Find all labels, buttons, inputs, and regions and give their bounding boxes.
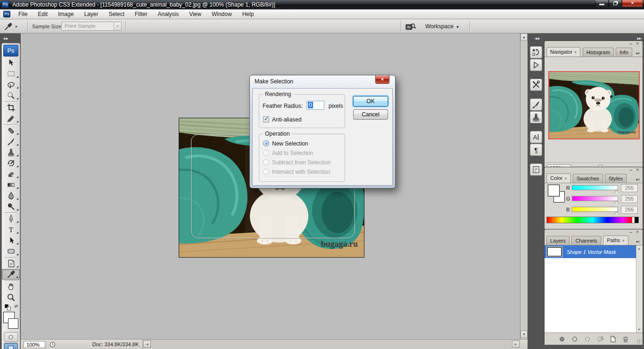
tab-paths[interactable]: Paths× xyxy=(603,235,628,245)
menu-help[interactable]: Help xyxy=(237,9,259,19)
layer-comps-panel-button[interactable] xyxy=(530,163,542,176)
tab-styles[interactable]: Styles xyxy=(605,174,627,183)
swap-colors-icon[interactable]: ⇄ xyxy=(14,304,18,308)
menu-select[interactable]: Select xyxy=(103,9,129,19)
red-slider[interactable] xyxy=(572,185,618,190)
tab-layers[interactable]: Layers xyxy=(546,236,570,245)
foreground-color-swatch[interactable] xyxy=(548,185,560,196)
menu-file[interactable]: File xyxy=(13,9,33,19)
ok-button[interactable]: OK xyxy=(353,96,388,106)
green-slider[interactable] xyxy=(572,196,618,201)
tool-eraser[interactable] xyxy=(2,169,20,179)
zoom-level-field[interactable]: 100% xyxy=(24,341,45,348)
tool-healing-brush[interactable] xyxy=(2,125,20,136)
blue-slider-thumb[interactable] xyxy=(614,211,619,215)
scroll-up-icon[interactable]: ▲ xyxy=(637,247,641,250)
tool-quick-selection[interactable] xyxy=(2,90,20,101)
clone-source-panel-button[interactable] xyxy=(530,111,542,123)
dialog-close-button[interactable]: × xyxy=(375,75,389,84)
sample-size-dropdown[interactable]: Point Sample ▼ xyxy=(61,22,122,31)
scroll-up-icon[interactable]: ▲ xyxy=(520,33,528,41)
minimize-panel-icon[interactable]: – xyxy=(629,41,632,46)
brushes-panel-button[interactable] xyxy=(530,98,542,111)
close-tab-icon[interactable]: × xyxy=(622,238,624,243)
path-name[interactable]: Shape 1 Vector Mask xyxy=(567,249,616,255)
scroll-down-icon[interactable]: ▼ xyxy=(520,331,528,338)
tool-pen[interactable] xyxy=(2,213,20,224)
quick-mask-button[interactable] xyxy=(4,332,18,342)
menu-layer[interactable]: Layer xyxy=(79,9,103,19)
menu-filter[interactable]: Filter xyxy=(130,9,153,19)
radio-new-selection[interactable] xyxy=(263,140,269,146)
tool-history-brush[interactable] xyxy=(2,158,20,169)
tool-lasso[interactable] xyxy=(2,79,20,90)
default-colors-control[interactable]: ⇄ xyxy=(2,304,20,311)
tool-rounded-rectangle[interactable] xyxy=(2,246,20,257)
tool-dodge[interactable] xyxy=(2,201,20,212)
close-panel-icon[interactable]: × xyxy=(636,168,639,172)
tab-channels[interactable]: Channels xyxy=(571,236,601,245)
close-panel-icon[interactable]: × xyxy=(636,41,639,46)
green-slider-thumb[interactable] xyxy=(614,201,619,204)
cancel-button[interactable]: Cancel xyxy=(353,109,388,120)
screen-mode-button[interactable] xyxy=(4,343,18,349)
tool-rectangular-marquee[interactable] xyxy=(2,68,20,79)
delete-path-icon[interactable] xyxy=(621,335,630,343)
tool-blur[interactable] xyxy=(2,190,20,201)
red-value-field[interactable]: 255 xyxy=(621,184,638,192)
history-panel-button[interactable] xyxy=(530,46,542,58)
path-item-selected[interactable]: Shape 1 Vector Mask xyxy=(545,245,636,258)
minimize-panel-icon[interactable]: – xyxy=(629,230,632,235)
navigator-proxy-view[interactable] xyxy=(548,71,640,139)
panel-menu-icon[interactable]: ▾≡ xyxy=(635,178,641,182)
close-tab-icon[interactable]: × xyxy=(564,176,567,181)
resize-grip[interactable] xyxy=(637,339,642,344)
tool-brush[interactable] xyxy=(2,136,20,147)
menu-window[interactable]: Window xyxy=(206,9,237,19)
feather-radius-input[interactable]: 0 xyxy=(306,101,324,110)
fill-path-icon[interactable] xyxy=(558,335,566,343)
red-slider-thumb[interactable] xyxy=(614,190,619,194)
minimize-button[interactable] xyxy=(595,0,609,7)
menu-edit[interactable]: Edit xyxy=(33,9,53,19)
paths-list[interactable]: Shape 1 Vector Mask xyxy=(545,245,636,333)
tool-path-selection[interactable] xyxy=(2,235,20,246)
scroll-down-icon[interactable]: ▼ xyxy=(637,328,641,331)
tool-presets-panel-button[interactable] xyxy=(530,79,542,91)
tab-swatches[interactable]: Swatches xyxy=(573,174,603,183)
collapse-dock-icon[interactable]: ◀◀ xyxy=(535,37,539,41)
horizontal-scrollbar[interactable]: ◀ ▶ xyxy=(142,340,520,349)
tool-clone-stamp[interactable] xyxy=(2,147,20,158)
green-value-field[interactable]: 255 xyxy=(621,195,638,203)
tool-gradient[interactable] xyxy=(2,179,20,190)
go-to-bridge-button[interactable]: Br xyxy=(405,21,421,32)
load-path-as-selection-icon[interactable] xyxy=(583,335,592,343)
tool-eyedropper[interactable] xyxy=(2,269,20,280)
tool-notes[interactable] xyxy=(2,258,20,269)
color-spectrum-ramp[interactable] xyxy=(546,217,639,223)
tool-move[interactable] xyxy=(2,57,20,68)
panel-menu-icon[interactable]: ▾≡ xyxy=(635,240,641,244)
menu-analysis[interactable]: Analysis xyxy=(152,9,184,19)
create-new-path-icon[interactable] xyxy=(609,335,617,343)
blue-slider[interactable] xyxy=(572,207,618,212)
tool-crop[interactable] xyxy=(2,102,20,113)
tab-color[interactable]: Color× xyxy=(546,173,571,183)
path-thumbnail[interactable] xyxy=(547,247,562,257)
vertical-scrollbar[interactable]: ▲ ▼ xyxy=(520,33,528,339)
anti-aliased-checkbox[interactable]: ✓ xyxy=(263,116,269,122)
menu-image[interactable]: Image xyxy=(53,9,79,19)
restore-button[interactable] xyxy=(609,0,622,7)
workspace-dropdown[interactable]: Workspace▼ xyxy=(425,23,460,30)
panel-menu-icon[interactable]: ▾≡ xyxy=(635,52,641,56)
tab-info[interactable]: Info xyxy=(616,48,632,57)
expand-dock-icon[interactable]: ▶▶ xyxy=(4,37,8,41)
menu-view[interactable]: View xyxy=(184,9,206,19)
tab-histogram[interactable]: Histogram xyxy=(583,48,614,57)
background-color-swatch[interactable] xyxy=(8,318,18,329)
scroll-right-icon[interactable]: ▶ xyxy=(512,341,520,348)
stroke-path-icon[interactable] xyxy=(570,335,579,343)
tool-type[interactable]: T xyxy=(2,224,20,235)
current-tool-button[interactable]: ▼ xyxy=(4,21,24,32)
tool-zoom[interactable] xyxy=(2,292,20,303)
